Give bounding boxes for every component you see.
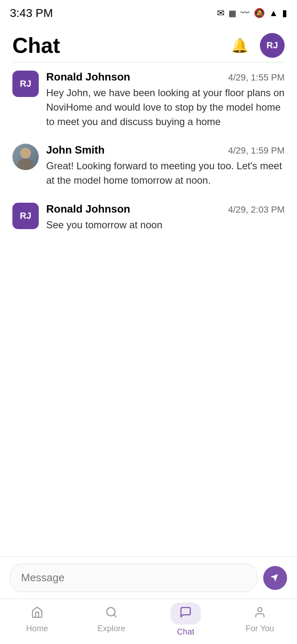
message-text: See you tomorrow at noon — [46, 218, 285, 232]
profile-avatar-button[interactable]: RJ — [260, 33, 285, 58]
nav-for-you-label: For You — [246, 624, 274, 633]
message-body: Ronald Johnson 4/29, 1:55 PM Hey John, w… — [46, 71, 285, 129]
sender-name: Ronald Johnson — [46, 71, 130, 83]
home-icon — [31, 606, 43, 621]
nav-explore[interactable]: Explore — [74, 602, 148, 637]
bell-icon: 🔔 — [231, 38, 248, 53]
avatar: RJ — [12, 203, 39, 229]
avatar-initials: RJ — [266, 40, 278, 51]
wave-icon: 〰 — [240, 8, 250, 19]
send-button[interactable]: ➤ — [263, 566, 287, 590]
message-text: Hey John, we have been looking at your f… — [46, 86, 285, 129]
mail-icon: ✉ — [217, 8, 224, 19]
message-header: Ronald Johnson 4/29, 2:03 PM — [46, 203, 285, 215]
avatar-initials: RJ — [20, 78, 31, 89]
message-input-area: ➤ — [0, 556, 297, 599]
notifications-button[interactable]: 🔔 — [228, 34, 252, 57]
nav-home-label: Home — [26, 624, 48, 633]
chat-content: RJ Ronald Johnson 4/29, 1:55 PM Hey John… — [0, 62, 297, 351]
nav-chat-label: Chat — [177, 627, 194, 637]
message-header: John Smith 4/29, 1:59 PM — [46, 144, 285, 156]
avatar-initials: RJ — [20, 211, 31, 221]
status-time: 3:43 PM — [10, 7, 53, 20]
svg-line-1 — [114, 614, 116, 616]
bottom-nav: Home Explore Chat — [0, 599, 297, 644]
message-text: Great! Looking forward to meeting you to… — [46, 159, 285, 188]
nav-chat[interactable]: Chat — [148, 599, 223, 641]
svg-point-2 — [258, 607, 262, 611]
nav-explore-label: Explore — [97, 624, 125, 633]
bell-off-icon: 🔕 — [254, 8, 265, 19]
page-title: Chat — [12, 33, 60, 58]
send-icon: ➤ — [267, 569, 283, 585]
battery-icon: ▮ — [282, 8, 287, 19]
list-item: RJ Ronald Johnson 4/29, 2:03 PM See you … — [12, 203, 285, 232]
status-icons: ✉ ▦ 〰 🔕 ▲ ▮ — [217, 8, 287, 19]
barcode-icon: ▦ — [229, 8, 236, 18]
wifi-icon: ▲ — [269, 8, 278, 19]
list-item: RJ Ronald Johnson 4/29, 1:55 PM Hey John… — [12, 71, 285, 129]
message-body: John Smith 4/29, 1:59 PM Great! Looking … — [46, 144, 285, 188]
status-bar: 3:43 PM ✉ ▦ 〰 🔕 ▲ ▮ — [0, 0, 297, 25]
message-body: Ronald Johnson 4/29, 2:03 PM See you tom… — [46, 203, 285, 232]
header: Chat 🔔 RJ — [0, 25, 297, 62]
chat-icon — [179, 606, 192, 621]
message-header: Ronald Johnson 4/29, 1:55 PM — [46, 71, 285, 83]
header-actions: 🔔 RJ — [228, 33, 285, 58]
message-time: 4/29, 1:55 PM — [228, 72, 285, 83]
message-time: 4/29, 1:59 PM — [228, 145, 285, 156]
sender-name: Ronald Johnson — [46, 203, 130, 215]
explore-icon — [105, 606, 118, 621]
avatar — [12, 144, 39, 170]
nav-home[interactable]: Home — [0, 602, 74, 637]
sender-name: John Smith — [46, 144, 105, 156]
message-time: 4/29, 2:03 PM — [228, 204, 285, 215]
message-input[interactable] — [10, 564, 257, 592]
nav-for-you[interactable]: For You — [223, 602, 297, 637]
for-you-icon — [254, 606, 266, 621]
avatar: RJ — [12, 71, 39, 97]
list-item: John Smith 4/29, 1:59 PM Great! Looking … — [12, 144, 285, 188]
